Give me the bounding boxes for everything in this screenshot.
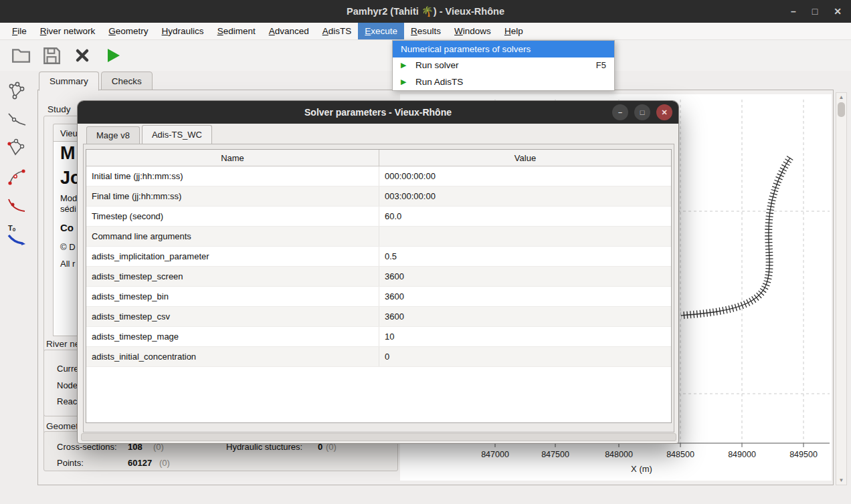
menu-adists[interactable]: AdisTS	[316, 23, 359, 39]
scroll-down-icon[interactable]: ▼	[836, 477, 846, 483]
main-tab-bar: SummaryChecks	[39, 72, 153, 91]
menu-item-label: Numerical parameters of solvers	[401, 44, 531, 54]
param-value-cell[interactable]	[379, 227, 671, 246]
folder-icon	[11, 45, 31, 66]
menu-geometry[interactable]: Geometry	[102, 23, 155, 39]
dialog-tab-bar: Mage v8Adis-TS_WC	[86, 126, 212, 144]
scroll-up-icon[interactable]: ▲	[836, 94, 846, 100]
dialog-titlebar: Solver parameters - Vieux-Rhône – □ ✕	[78, 101, 678, 124]
param-value-cell[interactable]: 000:00:00:00	[379, 166, 671, 186]
param-value-cell[interactable]: 60.0	[379, 207, 671, 226]
table-header-row: Name Value	[86, 150, 671, 166]
dialog-minimize-icon[interactable]: –	[612, 104, 628, 120]
menu-results[interactable]: Results	[404, 23, 448, 39]
sidebar-network-edit-icon-button[interactable]	[6, 138, 27, 159]
sidebar-toolbar: Tₒ	[3, 80, 30, 245]
sidebar-network-node-red-icon-button[interactable]	[6, 166, 27, 188]
save-study-button[interactable]	[40, 44, 63, 67]
maximize-icon[interactable]: □	[812, 6, 818, 17]
sidebar-slope-red-icon-button[interactable]	[6, 195, 27, 217]
open-study-button[interactable]	[9, 44, 32, 67]
sidebar-profile-icon-button[interactable]	[6, 109, 27, 130]
dialog-tab-mage-v8[interactable]: Mage v8	[86, 126, 140, 144]
run-solver-button[interactable]	[102, 44, 124, 67]
menu-item-numerical-parameters-of-solvers[interactable]: Numerical parameters of solvers	[393, 41, 614, 57]
titlebar: Pamhyr2 (Tahiti 🌴) - Vieux-Rhône – □ ✕	[0, 0, 851, 23]
dialog-tab-adis-ts-wc[interactable]: Adis-TS_WC	[142, 125, 212, 144]
tab-checks[interactable]: Checks	[101, 72, 153, 90]
table-row[interactable]: Initial time (jj:hh:mm:ss)000:00:00:00	[86, 166, 671, 186]
table-row[interactable]: Command line arguments	[86, 227, 671, 247]
table-row[interactable]: adists_timestep_csv3600	[86, 307, 671, 327]
table-row[interactable]: adists_implicitation_parameter0.5	[86, 247, 671, 267]
table-row[interactable]: Timestep (second)60.0	[86, 207, 671, 227]
menu-item-run-solver[interactable]: ▶Run solverF5	[393, 57, 614, 74]
param-value-cell[interactable]: 0	[379, 347, 671, 366]
menu-sediment[interactable]: Sediment	[211, 23, 262, 39]
param-value-cell[interactable]: 3600	[379, 287, 671, 306]
profile-icon	[7, 110, 27, 130]
doc-line-3: Co	[60, 222, 74, 233]
play-icon: ▶	[401, 61, 411, 69]
menu-hydraulics[interactable]: Hydraulics	[155, 23, 211, 39]
dialog-title: Solver parameters - Vieux-Rhône	[304, 107, 452, 118]
param-name-cell: adists_timestep_csv	[86, 307, 379, 326]
network-node-red-icon	[7, 167, 27, 187]
svg-text:Tₒ: Tₒ	[8, 224, 16, 232]
dialog-close-icon[interactable]: ✕	[656, 104, 672, 120]
dialog-controls: – □ ✕	[612, 104, 672, 120]
sidebar-network-icon-button[interactable]	[6, 80, 27, 102]
menu-windows[interactable]: Windows	[448, 23, 498, 39]
param-name-cell: adists_timestep_mage	[86, 327, 379, 346]
scrollbar-thumb[interactable]	[838, 102, 845, 117]
x-tick-label: 848500	[666, 450, 694, 459]
window-controls: – □ ✕	[791, 0, 842, 23]
table-row[interactable]: adists_timestep_bin3600	[86, 287, 671, 307]
param-value-cell[interactable]: 003:00:00:00	[379, 186, 671, 206]
menu-label: AdisTS	[322, 26, 352, 36]
doc-heading-1: M	[60, 143, 76, 164]
table-row[interactable]: adists_initial_concentration0	[86, 347, 671, 367]
param-value-cell[interactable]: 10	[379, 327, 671, 346]
translate-blue-icon: Tₒ	[7, 223, 27, 246]
param-name-cell: Final time (jj:hh:mm:ss)	[86, 186, 379, 206]
execute-menu: Numerical parameters of solvers▶Run solv…	[392, 40, 615, 91]
param-name-cell: adists_timestep_screen	[86, 267, 379, 286]
study-group-label: Study	[48, 104, 71, 114]
dialog-horizontal-scrollbar[interactable]	[81, 433, 676, 441]
menu-file[interactable]: File	[5, 23, 33, 39]
x-tick-label: 847000	[481, 450, 509, 459]
save-icon	[41, 45, 62, 66]
x-tick-label: 848000	[605, 450, 633, 459]
table-row[interactable]: Final time (jj:hh:mm:ss)003:00:00:00	[86, 186, 671, 207]
menu-advanced[interactable]: Advanced	[262, 23, 316, 39]
parameters-table: Name Value Initial time (jj:hh:mm:ss)000…	[86, 149, 672, 423]
menu-help[interactable]: Help	[498, 23, 530, 39]
close-study-button[interactable]	[71, 44, 94, 67]
stat-points-value: 60127	[128, 458, 152, 468]
menu-label: Geometry	[108, 26, 148, 36]
menu-label: Execute	[365, 26, 397, 36]
minimize-icon[interactable]: –	[791, 6, 796, 17]
table-header-name: Name	[86, 150, 379, 166]
table-row[interactable]: adists_timestep_mage10	[86, 327, 671, 347]
dialog-maximize-icon[interactable]: □	[634, 104, 650, 120]
param-value-cell[interactable]: 0.5	[379, 247, 671, 266]
param-value-cell[interactable]: 3600	[379, 267, 671, 286]
menu-river-network[interactable]: River network	[33, 23, 102, 39]
x-axis-title: X (m)	[631, 464, 652, 474]
window-title: Pamhyr2 (Tahiti 🌴) - Vieux-Rhône	[347, 6, 504, 17]
table-row[interactable]: adists_timestep_screen3600	[86, 267, 671, 287]
menubar: FileRiver networkGeometryHydraulicsSedim…	[0, 23, 851, 40]
table-body: Initial time (jj:hh:mm:ss)000:00:00:00Fi…	[86, 166, 671, 367]
menu-execute[interactable]: Execute	[358, 23, 404, 39]
close-icon[interactable]: ✕	[834, 6, 842, 17]
menu-item-run-adists[interactable]: ▶Run AdisTS	[393, 74, 614, 90]
vertical-scrollbar[interactable]: ▲ ▼	[836, 92, 847, 485]
sidebar-translate-blue-icon-button[interactable]: Tₒ	[6, 224, 27, 245]
menu-label: Sediment	[217, 26, 256, 36]
network-edit-icon	[7, 138, 27, 158]
stat-points-extra: (0)	[159, 458, 170, 468]
tab-summary[interactable]: Summary	[39, 72, 99, 91]
param-value-cell[interactable]: 3600	[379, 307, 671, 326]
